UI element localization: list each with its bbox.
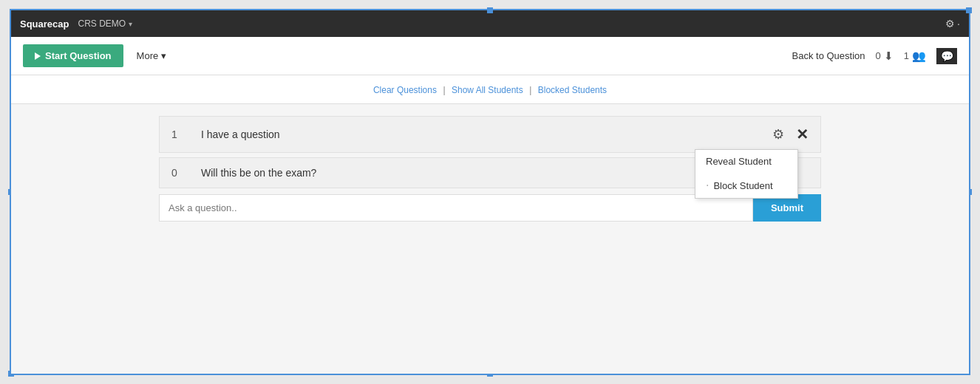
block-bullet: · xyxy=(706,179,709,192)
question-dropdown-menu: Reveal Student · Block Student xyxy=(695,149,798,199)
reveal-student-label: Reveal Student xyxy=(706,156,772,167)
count2-group: 1 👥 xyxy=(904,49,926,63)
show-all-students-link[interactable]: Show All Students xyxy=(452,85,523,95)
play-icon xyxy=(35,52,41,60)
course-selector[interactable]: CRS DEMO ▾ xyxy=(78,18,132,29)
main-content: 1 I have a question ⚙ ✕ Reveal Student ·… xyxy=(11,104,969,374)
start-question-button[interactable]: Start Question xyxy=(23,44,123,67)
question-actions-1: ⚙ ✕ xyxy=(772,126,809,143)
more-chevron: ▾ xyxy=(161,50,166,61)
course-chevron: ▾ xyxy=(129,20,132,28)
question-gear-button-1[interactable]: ⚙ xyxy=(772,126,784,143)
table-row: 1 I have a question ⚙ ✕ Reveal Student ·… xyxy=(159,116,821,153)
toolbar-right: Back to Question 0 ⬇ 1 👥 💬 xyxy=(792,48,957,64)
block-student-label: Block Student xyxy=(713,180,772,191)
gear-dot: · xyxy=(957,18,960,30)
question-votes-2: 0 xyxy=(171,167,201,179)
ask-question-input[interactable] xyxy=(159,194,753,222)
question-votes-1: 1 xyxy=(171,128,201,140)
settings-button[interactable]: ⚙ · xyxy=(945,18,960,30)
gear-icon: ⚙ xyxy=(945,18,955,30)
clear-questions-link[interactable]: Clear Questions xyxy=(373,85,437,95)
question-text-1: I have a question xyxy=(201,128,772,140)
course-name: CRS DEMO xyxy=(78,18,126,29)
block-student-item[interactable]: · Block Student xyxy=(695,173,797,198)
more-button[interactable]: More ▾ xyxy=(129,46,174,66)
more-label: More xyxy=(137,50,159,61)
count1-value: 0 xyxy=(876,50,881,61)
brand-name: Squarecap xyxy=(20,18,69,30)
count2-value: 1 xyxy=(904,50,909,61)
handle-top-right[interactable] xyxy=(966,7,972,13)
start-question-label: Start Question xyxy=(45,50,112,61)
back-to-question-link[interactable]: Back to Question xyxy=(792,50,865,61)
chat-icon: 💬 xyxy=(941,50,953,62)
sep1: | xyxy=(443,85,445,95)
blocked-students-link[interactable]: Blocked Students xyxy=(538,85,607,95)
top-bar: Squarecap CRS DEMO ▾ ⚙ · xyxy=(11,10,969,37)
chat-button[interactable]: 💬 xyxy=(936,48,957,64)
main-frame: Squarecap CRS DEMO ▾ ⚙ · Start Question … xyxy=(10,9,970,375)
users-icon: 👥 xyxy=(912,49,926,63)
sub-toolbar: Clear Questions | Show All Students | Bl… xyxy=(11,75,969,104)
reveal-student-item[interactable]: Reveal Student xyxy=(695,150,797,173)
question-close-button-1[interactable]: ✕ xyxy=(796,126,809,143)
download-icon: ⬇ xyxy=(884,49,894,63)
toolbar: Start Question More ▾ Back to Question 0… xyxy=(11,37,969,75)
count1-group: 0 ⬇ xyxy=(876,49,894,63)
sep2: | xyxy=(529,85,531,95)
handle-top-center[interactable] xyxy=(487,7,493,13)
